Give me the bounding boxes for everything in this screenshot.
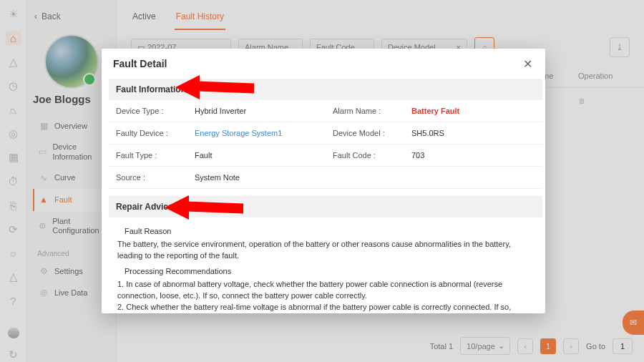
label-alarm-name: Alarm Name : xyxy=(326,100,404,122)
fault-detail-modal: Fault Detail ✕ Fault Information Device … xyxy=(102,49,545,313)
processing-rec-2: 2. Check whether the battery real-time v… xyxy=(117,302,534,313)
value-fault-code: 703 xyxy=(404,145,542,167)
fault-reason-body: The battery, the service environment, op… xyxy=(117,239,534,262)
modal-title: Fault Detail xyxy=(113,58,167,69)
label-fault-code: Fault Code : xyxy=(326,145,404,167)
processing-rec-1: 1. In case of abnormal battery voltage, … xyxy=(117,279,534,302)
value-faulty-device[interactable]: Energy Storage System1 xyxy=(187,122,326,145)
repair-advice-content: Fault Reason The battery, the service en… xyxy=(109,217,542,313)
section-fault-info: Fault Information xyxy=(109,79,542,100)
section-repair-advice: Repair Advice xyxy=(109,196,542,217)
value-fault-type: Fault xyxy=(187,145,326,167)
modal-body[interactable]: Fault Information Device Type : Hybrid I… xyxy=(102,79,545,313)
value-device-type: Hybrid Inverter xyxy=(187,100,326,122)
value-alarm-name: Battery Fault xyxy=(404,100,542,122)
label-source: Source : xyxy=(109,167,187,189)
processing-rec-head: Processing Recommendations xyxy=(125,266,534,278)
label-device-model: Device Model : xyxy=(326,122,404,145)
label-fault-type: Fault Type : xyxy=(109,145,187,167)
value-device-model: SH5.0RS xyxy=(404,122,542,145)
fault-info-grid: Device Type : Hybrid Inverter Alarm Name… xyxy=(109,100,542,189)
close-icon: ✕ xyxy=(523,57,532,71)
value-source: System Note xyxy=(187,167,326,189)
label-device-type: Device Type : xyxy=(109,100,187,122)
fault-reason-head: Fault Reason xyxy=(125,226,534,238)
label-faulty-device: Faulty Device : xyxy=(109,122,187,145)
modal-close-button[interactable]: ✕ xyxy=(521,57,534,70)
